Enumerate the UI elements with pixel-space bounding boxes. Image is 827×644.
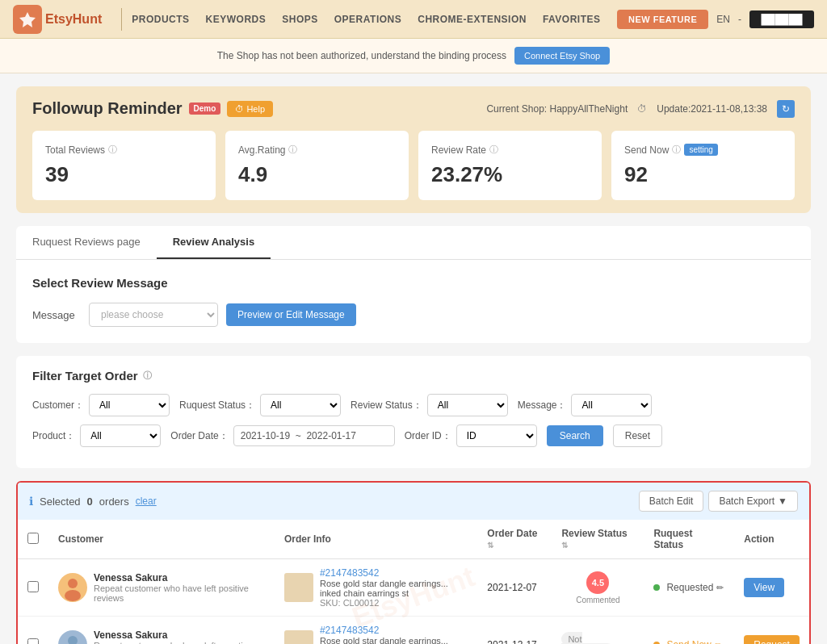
message-form-label: Message: [32, 309, 81, 321]
info-circle-icon: ℹ: [29, 495, 33, 508]
followup-title: Followup Reminder: [32, 99, 183, 118]
ruquest-status-select[interactable]: All: [260, 394, 341, 416]
row1-order-thumb: [284, 573, 313, 602]
row2-request-button[interactable]: Request: [744, 635, 800, 644]
row1-customer-name: Venessa Sakura: [94, 572, 265, 583]
logo[interactable]: EtsyHunt: [13, 5, 102, 34]
row2-checkbox[interactable]: [27, 638, 39, 645]
results-actions: Batch Edit Batch Export ▼: [639, 491, 798, 512]
review-status-select[interactable]: All: [427, 394, 508, 416]
preview-edit-button[interactable]: Preview or Edit Message: [226, 303, 356, 326]
message-filter-select[interactable]: All: [571, 394, 652, 416]
order-date-sort-icon[interactable]: ⇅: [487, 541, 493, 550]
filter-section: Filter Target Order ⓘ Customer： All Ruqu…: [16, 356, 811, 468]
new-feature-button[interactable]: NEW FEATURE: [617, 10, 708, 29]
connect-shop-button[interactable]: Connect Etsy Shop: [514, 47, 610, 65]
batch-edit-button[interactable]: Batch Edit: [639, 491, 704, 512]
filter-title: Filter Target Order ⓘ: [32, 369, 795, 383]
col-order-date: Order Date ⇅: [477, 520, 552, 559]
order-date-input[interactable]: [233, 425, 395, 446]
menu-favorites[interactable]: FAVORITES: [543, 14, 601, 25]
followup-header: Followup Reminder Demo ⏱ Help Current Sh…: [32, 99, 795, 118]
search-button[interactable]: Search: [547, 425, 603, 446]
batch-export-button[interactable]: Batch Export ▼: [708, 491, 798, 512]
svg-point-2: [65, 590, 81, 601]
send-now-info-icon[interactable]: ⓘ: [672, 144, 681, 156]
row1-action-cell: View: [734, 559, 809, 617]
row2-order-thumb: [284, 630, 313, 644]
tabs-bar: Ruquest Reviews page Review Analysis: [16, 226, 811, 260]
row1-customer-cell: Venessa Sakura Repeat customer who have …: [48, 559, 275, 617]
navbar-actions: NEW FEATURE EN - ██████: [617, 10, 814, 29]
stat-label-avg-rating: Avg.Rating ⓘ: [238, 144, 396, 156]
clear-button[interactable]: clear: [136, 496, 157, 507]
order-id-select[interactable]: ID: [456, 424, 537, 447]
row1-order-sku: SKU: CL00012: [320, 598, 468, 608]
results-section: EtsyHunt ℹ Selected 0 orders clear Batch…: [16, 481, 811, 644]
row1-ruquest-status: Requested ✏: [644, 559, 734, 617]
col-review-status: Review Status ⇅: [552, 520, 644, 559]
menu-chrome-extension[interactable]: CHROME-EXTENSION: [418, 14, 527, 25]
order-id-filter: Order ID： ID: [405, 424, 537, 447]
lang-selector[interactable]: EN: [716, 14, 730, 25]
results-header: ℹ Selected 0 orders clear Batch Edit Bat…: [18, 483, 809, 520]
review-rate-info-icon[interactable]: ⓘ: [489, 144, 498, 156]
review-status-sort-icon[interactable]: ⇅: [561, 541, 568, 550]
selected-label: Selected: [40, 496, 81, 508]
current-shop-label: Current Shop: HappyAllTheNight: [486, 103, 628, 115]
row1-avatar: [58, 573, 87, 602]
menu-operations[interactable]: OPERATIONS: [334, 14, 401, 25]
row1-review-status: 4.5 Commented: [552, 559, 644, 617]
filter-row-2: Product： All Order Date： Order ID： ID Se…: [32, 424, 795, 447]
customer-select[interactable]: All: [89, 394, 170, 416]
order-date-filter: Order Date：: [170, 425, 394, 446]
row1-order-cell: #2147483542 Rose gold star dangle earrin…: [275, 559, 477, 617]
menu-shops[interactable]: SHOPS: [282, 14, 318, 25]
refresh-button[interactable]: ↻: [777, 100, 795, 118]
setting-badge[interactable]: setting: [684, 144, 717, 156]
help-button[interactable]: ⏱ Help: [227, 101, 273, 117]
stat-card-review-rate: Review Rate ⓘ 23.27%: [418, 131, 602, 200]
logo-icon: [13, 5, 42, 34]
product-select[interactable]: All: [80, 424, 161, 447]
row1-checkbox[interactable]: [27, 581, 39, 592]
col-action: Action: [734, 520, 809, 559]
row2-customer-name: Venessa Sakura: [94, 629, 265, 641]
selected-count: 0: [87, 496, 93, 508]
stat-value-send-now: 92: [624, 162, 782, 187]
product-filter-label: Product：: [32, 429, 75, 443]
svg-marker-0: [19, 12, 36, 27]
row2-not-commented: Not commented: [561, 632, 614, 644]
filter-info-icon[interactable]: ⓘ: [143, 370, 152, 382]
col-order-info: Order Info: [275, 520, 477, 559]
row1-commented-label: Commented: [576, 596, 619, 604]
select-message-title: Select Review Message: [32, 276, 795, 290]
reset-button[interactable]: Reset: [613, 424, 662, 447]
demo-badge: Demo: [189, 102, 221, 115]
message-select[interactable]: please choose: [89, 303, 218, 327]
row1-order-desc: Rose gold star dangle earrings... inked …: [320, 579, 468, 598]
select-all-checkbox[interactable]: [27, 533, 39, 544]
row2-order-date: 2021-12-17: [477, 617, 552, 645]
tab-review-analysis[interactable]: Review Analysis: [157, 226, 271, 259]
row2-order-number: #2147483542: [320, 625, 468, 636]
user-menu[interactable]: ██████: [749, 10, 814, 28]
row1-view-button[interactable]: View: [744, 578, 784, 597]
col-ruquest-status: Ruquest Status: [644, 520, 734, 559]
total-reviews-info-icon[interactable]: ⓘ: [108, 144, 117, 156]
row2-avatar: [58, 630, 87, 644]
stat-card-avg-rating: Avg.Rating ⓘ 4.9: [225, 131, 409, 200]
tab-ruquest-reviews[interactable]: Ruquest Reviews page: [16, 226, 157, 259]
avg-rating-info-icon[interactable]: ⓘ: [288, 144, 297, 156]
menu-keywords[interactable]: KEYWORDS: [206, 14, 267, 25]
auth-banner: The Shop has not been authorized, unders…: [0, 39, 827, 73]
message-form-row: Message please choose Preview or Edit Me…: [32, 303, 795, 327]
navbar: EtsyHunt PRODUCTS KEYWORDS SHOPS OPERATI…: [0, 0, 827, 39]
followup-card: Followup Reminder Demo ⏱ Help Current Sh…: [16, 86, 811, 213]
row1-ruquest-status-label: Requested: [666, 582, 713, 593]
followup-meta: Current Shop: HappyAllTheNight ⏱ Update:…: [486, 100, 795, 118]
row1-edit-icon: ✏: [716, 583, 724, 593]
menu-products[interactable]: PRODUCTS: [132, 14, 189, 25]
orders-label: orders: [99, 496, 129, 508]
row2-ruquest-status: Send Now ✏: [644, 617, 734, 645]
